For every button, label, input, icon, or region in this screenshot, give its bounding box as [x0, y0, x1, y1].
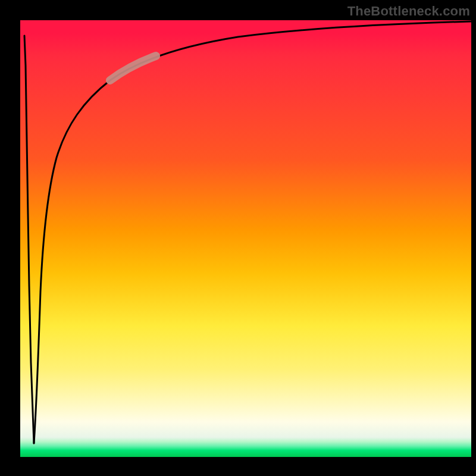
chart-frame: TheBottleneck.com [0, 0, 476, 476]
watermark-text: TheBottleneck.com [347, 4, 470, 19]
plot-gradient-background [20, 20, 471, 457]
